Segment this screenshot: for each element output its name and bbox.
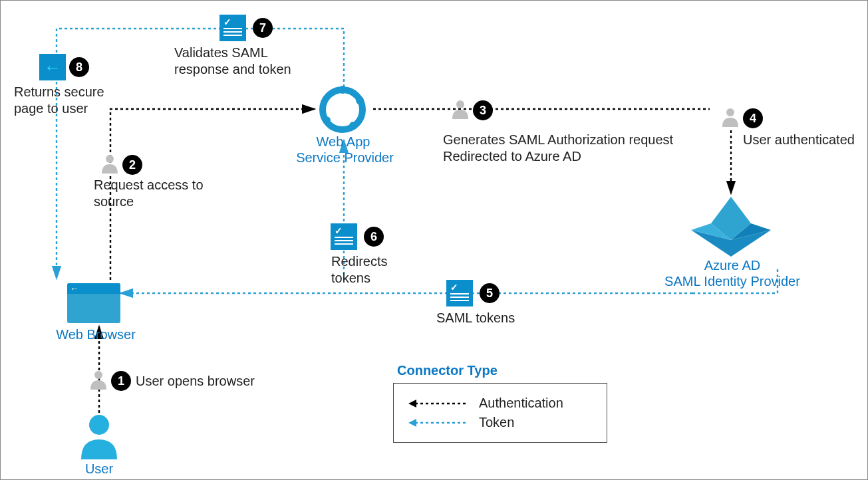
- step-4-text: User authenticated: [743, 132, 855, 148]
- webapp-label-1: Web App: [293, 134, 393, 150]
- idp-label-1: Azure AD: [672, 257, 792, 273]
- step-2-text-1: Request access to: [94, 177, 204, 193]
- person-icon: [100, 154, 120, 174]
- step-6-text-2: tokens: [331, 270, 370, 287]
- step-6-text-1: Redirects: [331, 253, 387, 270]
- step-3-text-2: Redirected to Azure AD: [443, 148, 581, 165]
- step-1-text: User opens browser: [136, 373, 255, 390]
- user-icon: [78, 413, 120, 459]
- webapp-label-2: Service Provider: [290, 150, 400, 166]
- step-4-badge: 4: [743, 108, 763, 128]
- legend-auth-arrow-icon: [407, 397, 467, 410]
- document-icon: [219, 15, 246, 41]
- step-8-text-2: page to user: [14, 100, 88, 117]
- legend-token-arrow-icon: [407, 416, 467, 429]
- svg-point-6: [94, 371, 102, 379]
- step-7-text-1: Validates SAML: [174, 45, 268, 61]
- step-2-text-2: source: [94, 193, 134, 210]
- idp-icon: [691, 197, 771, 257]
- svg-point-3: [356, 96, 364, 104]
- person-icon: [720, 107, 740, 127]
- user-label: User: [76, 461, 122, 477]
- step-8-text-1: Returns secure: [14, 84, 104, 100]
- step-7-badge: 7: [253, 18, 273, 38]
- svg-point-0: [89, 415, 109, 435]
- svg-point-4: [349, 122, 357, 130]
- idp-label-2: SAML Identity Provider: [656, 273, 809, 289]
- webapp-icon: [319, 86, 366, 134]
- legend-title: Connector Type: [397, 363, 498, 378]
- svg-point-8: [456, 100, 464, 108]
- step-2-badge: 2: [122, 155, 142, 175]
- document-icon: [331, 223, 357, 250]
- step-3-text-1: Generates SAML Authorization request: [443, 132, 673, 148]
- person-icon: [450, 99, 470, 119]
- step-1-badge: 1: [111, 371, 131, 391]
- document-icon: [446, 280, 473, 306]
- return-arrow-icon: ←: [39, 54, 66, 80]
- saml-flow-diagram: User ← Web Browser Web App Service Provi…: [0, 0, 868, 480]
- legend-token-label: Token: [479, 415, 514, 430]
- browser-label: Web Browser: [53, 326, 139, 342]
- step-5-text: SAML tokens: [436, 310, 515, 326]
- legend-auth-label: Authentication: [479, 396, 563, 411]
- person-icon: [88, 370, 108, 390]
- svg-point-5: [323, 116, 331, 124]
- svg-point-2: [339, 86, 347, 94]
- svg-point-7: [106, 155, 114, 163]
- step-8-badge: 8: [69, 57, 89, 77]
- step-7-text-2: response and token: [174, 61, 291, 78]
- step-5-badge: 5: [480, 283, 500, 303]
- step-3-badge: 3: [473, 100, 493, 120]
- svg-point-9: [726, 108, 734, 116]
- step-6-badge: 6: [364, 227, 384, 247]
- legend-box: Authentication Token: [393, 383, 607, 443]
- browser-icon: ←: [67, 283, 120, 323]
